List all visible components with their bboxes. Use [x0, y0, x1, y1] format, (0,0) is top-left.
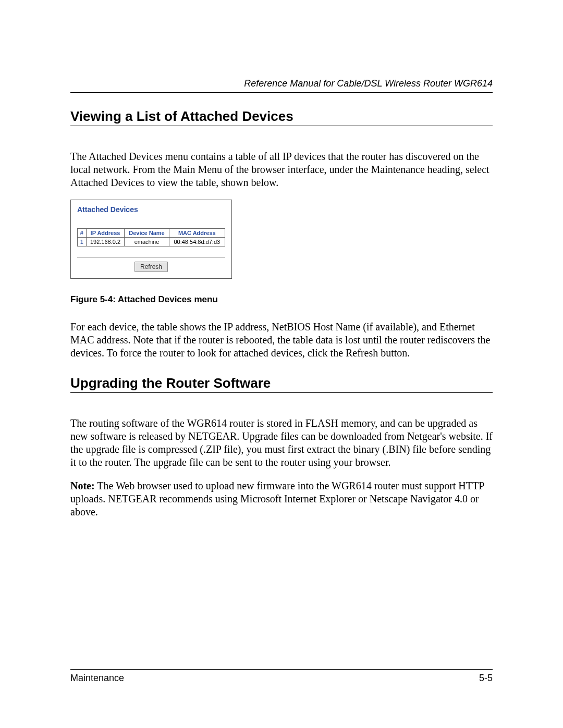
doc-footer: Maintenance 5-5: [70, 669, 493, 684]
col-number: #: [78, 229, 87, 238]
figure-caption: Figure 5-4: Attached Devices menu: [70, 294, 493, 305]
col-mac: MAC Address: [169, 229, 225, 238]
para-upgrade-intro: The routing software of the WGR614 route…: [70, 417, 493, 469]
table-header-row: # IP Address Device Name MAC Address: [78, 229, 225, 238]
footer-left: Maintenance: [70, 673, 124, 684]
doc-header: Reference Manual for Cable/DSL Wireless …: [70, 78, 493, 93]
para-attached-devices-intro: The Attached Devices menu contains a tab…: [70, 150, 493, 189]
para-upgrade-note: Note: The Web browser used to upload new…: [70, 479, 493, 519]
para-attached-devices-details: For each device, the table shows the IP …: [70, 320, 493, 360]
section-heading-attached-devices: Viewing a List of Attached Devices: [70, 108, 493, 126]
table-row: 1 192.168.0.2 emachine 00:48:54:8d:d7:d3: [78, 238, 225, 246]
cell-mac: 00:48:54:8d:d7:d3: [169, 238, 225, 246]
col-ip: IP Address: [86, 229, 125, 238]
col-name: Device Name: [125, 229, 169, 238]
devices-table: # IP Address Device Name MAC Address 1 1…: [77, 228, 225, 246]
refresh-button[interactable]: Refresh: [134, 262, 168, 272]
cell-name: emachine: [125, 238, 169, 246]
note-label: Note:: [70, 480, 95, 491]
section-heading-upgrading: Upgrading the Router Software: [70, 375, 493, 393]
cell-number: 1: [78, 238, 87, 246]
panel-divider: [77, 257, 225, 257]
footer-right: 5-5: [479, 673, 493, 684]
note-body: The Web browser used to upload new firmw…: [70, 480, 484, 517]
cell-ip: 192.168.0.2: [86, 238, 125, 246]
panel-title: Attached Devices: [77, 205, 225, 214]
attached-devices-panel: Attached Devices # IP Address Device Nam…: [70, 200, 232, 279]
